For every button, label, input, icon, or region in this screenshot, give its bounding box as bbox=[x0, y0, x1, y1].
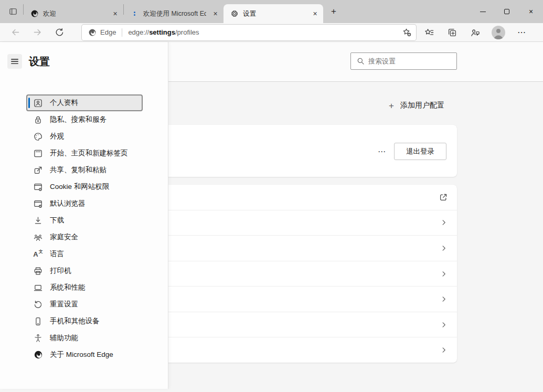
sign-out-button[interactable]: 退出登录 bbox=[394, 143, 446, 160]
browser-toolbar: Edge edge://settings/profiles bbox=[0, 23, 543, 42]
forward-arrow-icon bbox=[33, 27, 42, 37]
sidebar-item-label: 手机和其他设备 bbox=[50, 316, 100, 326]
tab-close-icon[interactable]: × bbox=[210, 9, 220, 19]
cookie-permissions-icon bbox=[33, 182, 43, 192]
sidebar-item-label: 语言 bbox=[50, 249, 64, 259]
sidebar-item-start-home-newtab[interactable]: 开始、主页和新建标签页 bbox=[27, 145, 142, 161]
sidebar-item-reset-settings[interactable]: 重置设置 bbox=[27, 296, 142, 312]
maximize-icon bbox=[504, 9, 509, 14]
sidebar-item-family-safety[interactable]: 家庭安全 bbox=[27, 229, 142, 245]
chevron-right-icon bbox=[440, 244, 448, 252]
address-bar[interactable]: Edge edge://settings/profiles bbox=[82, 25, 416, 40]
plus-icon: + bbox=[389, 101, 394, 110]
tab-title: 欢迎 bbox=[43, 9, 106, 18]
chevron-right-icon bbox=[440, 346, 448, 354]
minimize-button[interactable] bbox=[471, 0, 495, 23]
edge-logo-icon bbox=[33, 350, 43, 360]
profile-card-icon bbox=[33, 98, 43, 108]
sidebar-item-label: 关于 Microsoft Edge bbox=[50, 350, 113, 359]
sidebar-item-printers[interactable]: 打印机 bbox=[27, 263, 142, 279]
tab-settings-active[interactable]: 设置 × bbox=[223, 4, 323, 23]
tab-close-icon[interactable]: × bbox=[110, 9, 120, 19]
printer-icon bbox=[33, 266, 43, 276]
collections-button[interactable] bbox=[444, 25, 460, 40]
settings-search-box[interactable] bbox=[350, 52, 457, 70]
star-list-icon bbox=[424, 27, 434, 38]
startpage-icon bbox=[33, 149, 43, 158]
reset-icon bbox=[33, 300, 43, 310]
sidebar-item-system-performance[interactable]: 系统和性能 bbox=[27, 280, 142, 295]
settings-more-button[interactable]: ⋯ bbox=[514, 25, 529, 40]
maximize-button[interactable] bbox=[495, 0, 519, 23]
add-favorite-button[interactable] bbox=[399, 26, 414, 39]
refresh-icon bbox=[55, 27, 65, 37]
chevron-right-icon bbox=[440, 218, 448, 227]
gear-icon bbox=[230, 9, 239, 18]
omnibox-separator bbox=[122, 28, 122, 37]
chevron-right-icon bbox=[440, 270, 448, 278]
sidebar-item-label: 共享、复制和粘贴 bbox=[50, 165, 107, 175]
sidebar-item-label: 隐私、搜索和服务 bbox=[50, 115, 107, 124]
lock-icon bbox=[33, 115, 43, 125]
tab-actions-menu-button[interactable] bbox=[6, 4, 20, 19]
edge-logo-icon bbox=[88, 28, 97, 37]
page-title: 设置 bbox=[29, 55, 50, 69]
sidebar-item-label: 家庭安全 bbox=[50, 232, 78, 242]
sidebar-item-label: 重置设置 bbox=[50, 300, 78, 309]
favorites-button[interactable] bbox=[421, 25, 437, 40]
sidebar-header: 设置 bbox=[0, 42, 168, 69]
collections-icon bbox=[447, 27, 457, 38]
sidebar-item-label: 默认浏览器 bbox=[50, 199, 86, 208]
chevron-right-icon bbox=[440, 321, 448, 329]
profile-more-button[interactable]: ⋯ bbox=[374, 145, 390, 158]
menu-toggle-button[interactable] bbox=[7, 54, 22, 69]
back-button[interactable] bbox=[7, 25, 23, 40]
sidebar-item-phone-devices[interactable]: 手机和其他设备 bbox=[27, 313, 142, 329]
browser-window: 欢迎 × 欢迎使用 Microsoft Edge × 设置 × + × bbox=[0, 0, 543, 392]
tab-welcome[interactable]: 欢迎 × bbox=[24, 4, 123, 23]
blue-dots-favicon-icon bbox=[130, 9, 139, 18]
add-profile-label: 添加用户配置 bbox=[400, 101, 444, 110]
star-plus-icon bbox=[402, 27, 412, 37]
download-icon bbox=[33, 216, 43, 226]
sidebar-item-label: 系统和性能 bbox=[50, 283, 86, 292]
sidebar-item-cookies-permissions[interactable]: Cookie 和网站权限 bbox=[27, 179, 142, 195]
sidebar-item-share-copy-paste[interactable]: 共享、复制和粘贴 bbox=[27, 162, 142, 178]
sidebar-item-label: 辅助功能 bbox=[50, 333, 78, 343]
tab-close-icon[interactable]: × bbox=[310, 9, 320, 19]
forward-button[interactable] bbox=[29, 25, 45, 40]
site-chip-label: Edge bbox=[100, 28, 116, 36]
new-tab-button[interactable]: + bbox=[326, 4, 341, 19]
search-input[interactable] bbox=[368, 57, 456, 65]
system-icon bbox=[33, 283, 43, 293]
sidebar-item-privacy[interactable]: 隐私、搜索和服务 bbox=[27, 112, 142, 128]
workspaces-icon bbox=[8, 7, 18, 16]
profile-avatar-button[interactable] bbox=[491, 25, 506, 40]
sidebar-item-about-edge[interactable]: 关于 Microsoft Edge bbox=[27, 347, 142, 363]
sidebar-item-downloads[interactable]: 下载 bbox=[27, 213, 142, 228]
refresh-button[interactable] bbox=[51, 25, 67, 40]
palette-icon bbox=[33, 132, 43, 142]
edge-logo-icon bbox=[30, 9, 39, 18]
sidebar-item-languages[interactable]: A文 语言 bbox=[27, 246, 142, 262]
external-link-icon bbox=[439, 193, 448, 202]
close-button[interactable]: × bbox=[519, 0, 543, 23]
sidebar-item-default-browser[interactable]: 默认浏览器 bbox=[27, 196, 142, 211]
sidebar-item-label: 个人资料 bbox=[50, 98, 78, 108]
feedback-button[interactable] bbox=[467, 25, 483, 40]
sidebar-item-label: 打印机 bbox=[50, 266, 71, 276]
tab-welcome-msedge[interactable]: 欢迎使用 Microsoft Edge × bbox=[124, 4, 223, 23]
sidebar-item-accessibility[interactable]: 辅助功能 bbox=[27, 330, 142, 346]
sidebar-item-profiles[interactable]: 个人资料 bbox=[27, 95, 142, 111]
sidebar-item-label: 外观 bbox=[50, 132, 64, 141]
sidebar-item-appearance[interactable]: 外观 bbox=[27, 129, 142, 144]
language-icon: A文 bbox=[33, 249, 43, 259]
share-icon bbox=[33, 165, 43, 175]
person-chat-icon bbox=[470, 27, 481, 38]
window-controls: × bbox=[471, 0, 543, 23]
settings-sidebar: 设置 个人资料 bbox=[0, 42, 168, 389]
add-profile-button[interactable]: + 添加用户配置 bbox=[389, 101, 444, 110]
tab-bar: 欢迎 × 欢迎使用 Microsoft Edge × 设置 × + × bbox=[0, 0, 543, 23]
toolbar-right-group: ⋯ bbox=[421, 25, 529, 40]
tab-title: 欢迎使用 Microsoft Edge bbox=[143, 9, 206, 18]
